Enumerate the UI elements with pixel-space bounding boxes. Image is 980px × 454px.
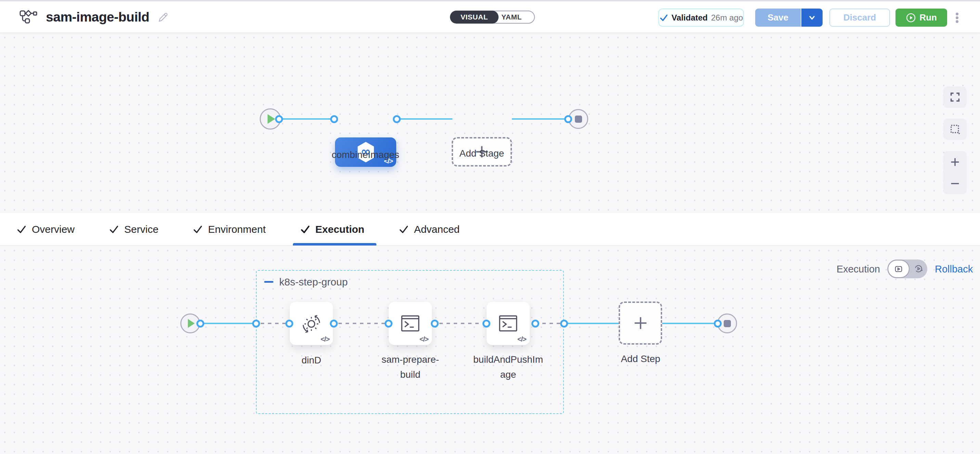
marquee-select-icon <box>949 124 961 135</box>
edge-addstep-to-end <box>662 323 718 324</box>
zoom-controls <box>943 151 967 194</box>
step-label-buildandpushimage: buildAndPushImage <box>472 352 544 382</box>
port-dind-out[interactable] <box>330 320 338 327</box>
check-icon <box>659 13 668 22</box>
rollback-mode-segment[interactable] <box>914 264 923 273</box>
tab-check-icon <box>192 224 203 235</box>
add-stage-label: Add Stage <box>441 146 523 161</box>
run-label: Run <box>920 12 937 23</box>
add-step-button[interactable] <box>619 302 662 344</box>
edge-start-to-stage <box>280 118 335 120</box>
zoom-out-icon[interactable] <box>949 178 961 189</box>
more-options-menu-icon[interactable] <box>956 13 960 23</box>
port-samprepare-in[interactable] <box>385 320 393 327</box>
step-label-dind: dinD <box>275 353 348 368</box>
validated-label: Validated <box>672 13 708 22</box>
port-end-in[interactable] <box>564 115 572 123</box>
collapse-group-icon[interactable] <box>264 281 274 283</box>
execution-mode-segment[interactable] <box>888 260 910 278</box>
port-end-in[interactable] <box>714 320 722 327</box>
step-node-buildandpushimage[interactable]: </> <box>487 302 530 345</box>
port-build-out[interactable] <box>531 320 539 327</box>
start-play-icon <box>267 114 275 124</box>
step-node-sam-prepare-build[interactable]: </> <box>389 302 432 345</box>
execution-mode-row: Execution Rollback <box>0 259 980 279</box>
tab-advanced[interactable]: Advanced <box>399 224 460 235</box>
zoom-in-icon[interactable] <box>949 156 961 168</box>
stage-tabbar: Overview Service Environment Execution A… <box>0 213 980 246</box>
terminal-icon <box>496 311 520 335</box>
step-code-glyph: </> <box>420 335 428 343</box>
pipeline-studio: sam-image-build VISUAL YAML Validated 26… <box>0 0 980 454</box>
fullscreen-button[interactable] <box>943 86 967 108</box>
tab-check-icon <box>109 224 119 235</box>
edit-pencil-icon[interactable] <box>158 12 169 22</box>
port-stage-in[interactable] <box>330 115 338 123</box>
edge-dind-to-samprepare <box>339 323 387 324</box>
start-play-icon <box>188 319 195 328</box>
step-code-glyph: </> <box>321 335 329 343</box>
add-step-label: Add Step <box>600 351 682 367</box>
tab-check-icon <box>399 224 409 235</box>
pipeline-header: sam-image-build VISUAL YAML Validated 26… <box>0 2 980 33</box>
tab-check-icon <box>300 224 310 235</box>
stage-label: combineImages <box>325 148 407 162</box>
multi-select-button[interactable] <box>943 119 967 140</box>
edge-samprepare-to-build <box>439 323 483 324</box>
chevron-down-icon <box>808 14 816 22</box>
execution-play-icon <box>894 265 903 273</box>
port-samprepare-out[interactable] <box>431 320 439 327</box>
step-node-dind[interactable]: </> <box>290 302 333 345</box>
tab-environment[interactable]: Environment <box>192 224 266 235</box>
run-play-icon <box>906 13 916 23</box>
step-label-sam-prepare-build: sam-prepare-build <box>374 352 447 382</box>
edge-group-to-addstep <box>564 323 619 324</box>
run-button[interactable]: Run <box>896 8 947 27</box>
port-build-in[interactable] <box>482 320 490 327</box>
tab-execution[interactable]: Execution <box>300 224 364 235</box>
validated-badge[interactable]: Validated 26m ago <box>659 8 744 27</box>
tab-check-icon <box>16 224 27 235</box>
stop-icon <box>575 116 582 123</box>
pipeline-icon <box>19 9 38 25</box>
edge-start-to-group <box>199 323 257 324</box>
plus-icon <box>633 315 648 331</box>
port-dind-in[interactable] <box>285 320 293 327</box>
execution-canvas[interactable]: Execution Rollback k8s-step-grou <box>0 246 980 454</box>
discard-button[interactable]: Discard <box>829 8 890 27</box>
execution-mode-label: Execution <box>811 264 880 275</box>
gear-sync-icon <box>299 311 324 336</box>
port-group-in[interactable] <box>252 320 260 327</box>
tab-service[interactable]: Service <box>109 224 158 235</box>
port-stage-out[interactable] <box>393 115 401 123</box>
toggle-visual[interactable]: VISUAL <box>450 11 498 24</box>
port-start-out[interactable] <box>275 115 283 123</box>
visual-yaml-toggle: VISUAL YAML <box>450 11 535 24</box>
stop-icon <box>724 320 731 327</box>
execution-rollback-toggle[interactable] <box>887 259 927 278</box>
save-dropdown-button[interactable] <box>801 8 822 27</box>
rollback-icon <box>914 264 923 273</box>
edge-group-to-dind <box>261 323 286 324</box>
pipeline-title: sam-image-build <box>46 10 149 25</box>
tab-overview[interactable]: Overview <box>16 224 75 235</box>
port-start-out[interactable] <box>196 320 204 327</box>
save-button[interactable]: Save <box>755 8 801 27</box>
fullscreen-icon <box>949 91 961 103</box>
active-tab-underline <box>293 243 376 246</box>
rollback-link[interactable]: Rollback <box>935 264 973 275</box>
edge-addstage-to-end <box>512 118 569 120</box>
edge-stage-to-addstage <box>397 118 452 120</box>
validated-time: 26m ago <box>711 13 743 22</box>
step-code-glyph: </> <box>517 335 526 343</box>
port-group-out[interactable] <box>560 320 568 327</box>
stage-canvas[interactable]: ∞ </> combineImages Add Stage <box>0 33 980 213</box>
terminal-icon <box>398 311 422 335</box>
